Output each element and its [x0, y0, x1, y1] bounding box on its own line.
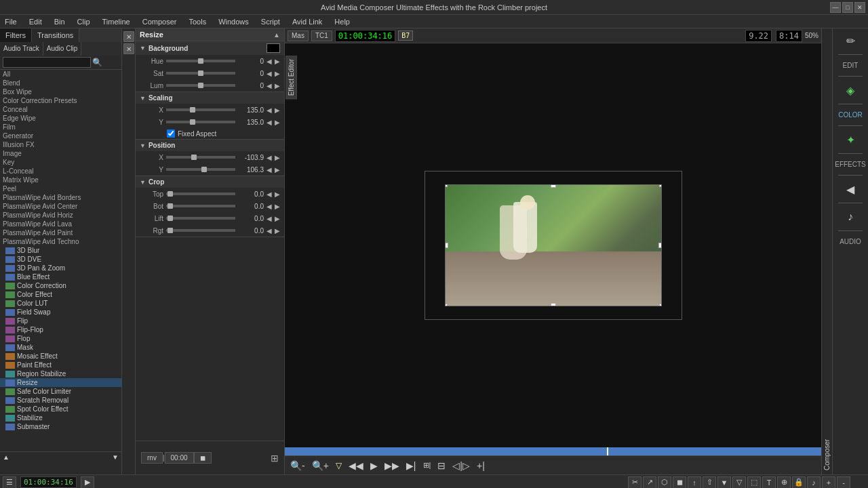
tl-lasso-tool[interactable]: ⬡ — [658, 476, 671, 489]
audio-label[interactable]: AUDIO — [838, 237, 863, 247]
category-key[interactable]: Key — [0, 158, 121, 167]
crop-rgt-slider[interactable] — [166, 229, 235, 232]
pos-y-slider[interactable] — [166, 168, 235, 171]
filter-flop[interactable]: Flop — [0, 334, 121, 343]
tl-zoom-in-tl[interactable]: + — [822, 476, 835, 489]
color-label[interactable]: COLOR — [837, 110, 864, 120]
crop-lift-slider[interactable] — [166, 217, 235, 220]
filter-3d-dve[interactable]: 3D DVE — [0, 255, 121, 264]
audio-btn[interactable]: ◁|▷ — [451, 460, 471, 471]
tl-audio-tool[interactable]: ♪ — [807, 476, 821, 489]
monitor-track-btn[interactable]: TC1 — [311, 30, 332, 41]
filter-3d-pan-zoom[interactable]: 3D Pan & Zoom — [0, 264, 121, 272]
play-btn[interactable]: ▶ — [369, 460, 379, 471]
close-button[interactable]: ✕ — [854, 2, 865, 13]
handle-bm[interactable] — [551, 303, 556, 306]
menu-timeline[interactable]: Timeline — [100, 18, 132, 26]
tl-play-btn[interactable]: ▶ — [81, 476, 94, 489]
tl-timecode[interactable]: 01:00:34:16 — [20, 476, 77, 488]
pos-x-nav-l[interactable]: ◀ — [267, 154, 272, 161]
rnv-button[interactable]: rnv — [141, 452, 163, 464]
search-input[interactable] — [3, 57, 91, 68]
nav-left-icon[interactable]: ◀ — [840, 181, 861, 197]
category-blend[interactable]: Blend — [0, 79, 121, 87]
tl-menu-btn[interactable]: ☰ — [3, 476, 16, 489]
category-conceal[interactable]: Conceal — [0, 105, 121, 114]
category-peel[interactable]: Peel — [0, 184, 121, 193]
vol-up-btn[interactable]: +| — [475, 460, 486, 471]
category-plasmawipe-center[interactable]: PlasmaWipe Avid Center — [0, 202, 121, 211]
scroll-down-arrow[interactable]: ▼ — [112, 453, 119, 461]
filter-blue-effect[interactable]: Blue Effect — [0, 272, 121, 281]
mark-in-btn[interactable]: ▽ — [334, 461, 343, 470]
filter-submaster[interactable]: Submaster — [0, 422, 121, 431]
tl-lift-tool[interactable]: ↑ — [688, 476, 701, 489]
filter-spot-color[interactable]: Spot Color Effect — [0, 405, 121, 413]
pos-x-nav-r[interactable]: ▶ — [275, 154, 280, 161]
filter-mask[interactable]: Mask — [0, 343, 121, 352]
tl-sync-lock[interactable]: 🔒 — [792, 476, 806, 489]
filter-color-effect[interactable]: Color Effect — [0, 290, 121, 299]
crop-top-slider[interactable] — [166, 192, 235, 195]
menu-avid-link[interactable]: Avid Link — [290, 18, 324, 26]
sat-nav-l[interactable]: ◀ — [267, 70, 272, 77]
crop-rgt-nav-l[interactable]: ◀ — [267, 227, 272, 235]
effect-bottom-expand[interactable]: ⊞ — [271, 453, 279, 464]
filter-region-stabilize[interactable]: Region Stabilize — [0, 369, 121, 378]
background-color-swatch[interactable] — [267, 43, 280, 53]
filter-mosaic[interactable]: Mosaic Effect — [0, 352, 121, 361]
filter-flip[interactable]: Flip — [0, 317, 121, 325]
handle-bl[interactable] — [445, 304, 448, 306]
filter-3d-blur[interactable]: 3D Blur — [0, 246, 121, 255]
category-film[interactable]: Film — [0, 123, 121, 131]
category-generator[interactable]: Generator — [0, 131, 121, 140]
step-back-btn[interactable]: ◀◀ — [347, 460, 365, 471]
fixed-aspect-checkbox[interactable] — [167, 129, 175, 138]
menu-help[interactable]: Help — [332, 18, 352, 26]
scale-y-slider[interactable] — [166, 121, 235, 123]
hue-nav-btn[interactable]: ◀ — [267, 58, 272, 65]
category-plasmawipe-horiz[interactable]: PlasmaWipe Avid Horiz — [0, 211, 121, 220]
crop-section-header[interactable]: ▼ Crop — [136, 176, 284, 188]
category-plasmawipe-techno[interactable]: PlasmaWipe Avid Techno — [0, 237, 121, 246]
tab-transitions[interactable]: Transitions — [32, 28, 79, 42]
menu-file[interactable]: File — [3, 18, 19, 26]
sat-slider[interactable] — [166, 72, 235, 75]
tl-select-tool[interactable]: ↗ — [643, 476, 656, 489]
scaling-section-header[interactable]: ▼ Scaling — [136, 92, 284, 104]
color-tool-icon[interactable]: ◈ — [840, 82, 861, 98]
composer-tab[interactable]: Composer — [822, 28, 833, 474]
ffw-btn[interactable]: ▶| — [405, 460, 418, 471]
menu-composer[interactable]: Composer — [140, 18, 179, 26]
edit-label[interactable]: EDIT — [842, 60, 860, 70]
tl-extract-tool[interactable]: ⇧ — [703, 476, 716, 489]
crop-rgt-nav-r[interactable]: ▶ — [275, 227, 280, 235]
loop-btn[interactable]: ⊞| — [422, 461, 433, 470]
filter-flip-flop[interactable]: Flip-Flop — [0, 325, 121, 334]
scale-x-nav-l[interactable]: ◀ — [267, 106, 272, 114]
hue-nav-btn-r[interactable]: ▶ — [275, 58, 280, 65]
filter-stabilize[interactable]: Stabilize — [0, 413, 121, 422]
category-plasmawipe-lava[interactable]: PlasmaWipe Avid Lava — [0, 220, 121, 228]
lum-slider[interactable] — [166, 84, 235, 87]
pencil-icon-btn[interactable]: ✏ — [840, 33, 861, 49]
close-effect-editor-button[interactable]: ✕ — [123, 31, 134, 42]
scale-x-nav-r[interactable]: ▶ — [275, 106, 280, 114]
category-illusion[interactable]: Illusion FX — [0, 140, 121, 149]
filter-safe-color[interactable]: Safe Color Limiter — [0, 387, 121, 396]
category-plasmawipe-paint[interactable]: PlasmaWipe Avid Paint — [0, 228, 121, 237]
tl-mark-tool[interactable]: ◼ — [673, 476, 686, 489]
crop-lift-nav-r[interactable]: ▶ — [275, 215, 280, 222]
position-section-header[interactable]: ▼ Position — [136, 140, 284, 151]
tl-trim-tool[interactable]: T — [762, 476, 776, 489]
category-lconceal[interactable]: L-Conceal — [0, 167, 121, 176]
category-all[interactable]: All — [0, 70, 121, 79]
scale-y-nav-l[interactable]: ◀ — [267, 119, 272, 126]
lum-nav-r[interactable]: ▶ — [275, 82, 280, 89]
handle-tr[interactable] — [659, 184, 662, 187]
zoom-out-btn[interactable]: 🔍- — [289, 460, 307, 471]
filter-field-swap[interactable]: Field Swap — [0, 308, 121, 317]
window-controls[interactable]: — □ ✕ — [830, 2, 865, 13]
handle-tm[interactable] — [551, 184, 556, 188]
tab-audio-clip[interactable]: Audio Clip — [43, 42, 82, 56]
